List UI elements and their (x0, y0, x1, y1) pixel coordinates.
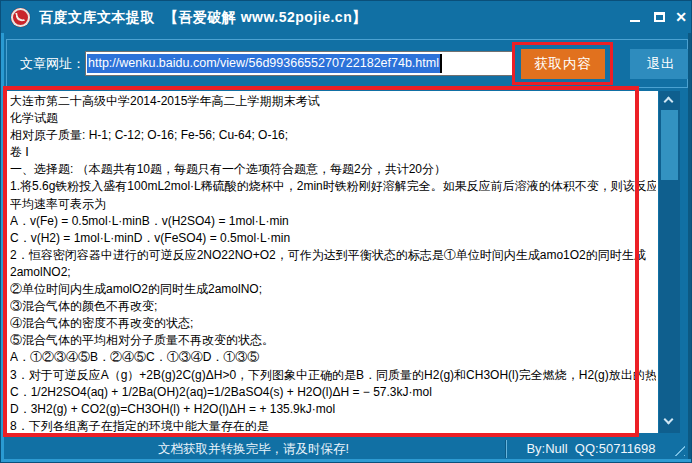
credit-text: By:Null QQ:50711698 (511, 437, 671, 461)
scroll-down-button[interactable] (659, 413, 680, 431)
url-label: 文章网址： (20, 40, 85, 87)
url-selected-text: http://wenku.baidu.com/view/56d993665527… (87, 54, 440, 73)
text-line: C．1/2H2SO4(aq) + 1/2Ba(OH)2(aq)=1/2BaSO4… (10, 384, 656, 401)
text-line: 一、选择题: （本题共有10题，每题只有一个选项符合题意，每题2分，共计20分） (10, 161, 656, 178)
fetch-content-button[interactable]: 获取内容 (521, 49, 605, 79)
text-line: 2．恒容密闭容器中进行的可逆反应2NO22NO+O2，可作为达到平衡状态的标志是… (10, 247, 656, 264)
text-line: ⑤混合气体的平均相对分子质量不再改变的状态。 (10, 332, 656, 349)
app-logo-icon (11, 8, 30, 27)
url-toolbar: 文章网址： http://wenku.baidu.com/view/56d993… (6, 39, 688, 88)
text-line: 相对原子质量: H-1; C-12; O-16; Fe-56; Cu-64; O… (10, 127, 656, 144)
text-line: ②单位时间内生成amolO2的同时生成2amolNO; (10, 281, 656, 298)
text-line: 2amolNO2; (10, 264, 656, 281)
chevron-up-icon (664, 97, 674, 107)
window-bottom-edge (1, 459, 691, 462)
window-right-edge (688, 33, 691, 462)
text-line: C．v(H2) = 1mol·L·minD．v(FeSO4) = 0.5mol·… (10, 230, 656, 247)
text-line: 平均速率可表示为 (10, 196, 656, 213)
text-line: 卷 Ⅰ (10, 144, 656, 161)
window-title: 百度文库文本提取 【吾爱破解 www.52pojie.cn】 (39, 1, 367, 34)
text-line: 大连市第二十高级中学2014-2015学年高二上学期期末考试 (10, 93, 656, 110)
statusbar-separator (506, 440, 507, 458)
document-text-area[interactable]: 大连市第二十高级中学2014-2015学年高二上学期期末考试化学试题相对原子质量… (5, 91, 658, 433)
text-line: ③混合气体的颜色不再改变; (10, 298, 656, 315)
minimize-icon (630, 20, 640, 22)
url-input[interactable]: http://wenku.baidu.com/view/56d993665527… (85, 51, 515, 76)
minimize-button[interactable] (627, 9, 643, 25)
text-line: A．v(Fe) = 0.5mol·L·minB．v(H2SO4) = 1mol·… (10, 213, 656, 230)
text-line: D．3H2(g) + CO2(g)=CH3OH(l) + H2O(l)ΔH = … (10, 401, 656, 418)
resize-grip[interactable] (669, 442, 685, 456)
text-line: 化学试题 (10, 110, 656, 127)
maximize-button[interactable] (651, 9, 667, 25)
maximize-icon (654, 12, 665, 22)
exit-button[interactable]: 退出 (630, 49, 692, 79)
vertical-scrollbar[interactable] (659, 91, 680, 433)
window-left-edge (1, 33, 4, 462)
chevron-down-icon (664, 415, 674, 425)
text-line: A．①②③④⑤B．②④⑤C．①③④D．①③⑤ (10, 349, 656, 366)
text-line: 1.将5.6g铁粉投入盛有100mL2mol·L稀硫酸的烧杯中，2min时铁粉刚… (10, 178, 656, 195)
scrollbar-thumb[interactable] (661, 110, 678, 180)
app-window: 百度文库文本提取 【吾爱破解 www.52pojie.cn】 ✕ 文章网址： h… (0, 0, 692, 463)
text-line: ④混合气体的密度不再改变的状态; (10, 315, 656, 332)
status-message: 文档获取并转换完毕，请及时保存! (1, 437, 506, 461)
status-bar: 文档获取并转换完毕，请及时保存! By:Null QQ:50711698 (1, 437, 691, 461)
title-bar[interactable]: 百度文库文本提取 【吾爱破解 www.52pojie.cn】 ✕ (1, 1, 691, 34)
text-caret (440, 54, 442, 73)
scroll-up-button[interactable] (659, 91, 680, 109)
text-line: 3．对于可逆反应A（g）+2B(g)2C(g)ΔH>0，下列图象中正确的是B．同… (10, 367, 656, 384)
text-line: 8．下列各组离子在指定的环境中能大量存在的是 (10, 418, 656, 433)
close-button[interactable]: ✕ (673, 9, 689, 25)
